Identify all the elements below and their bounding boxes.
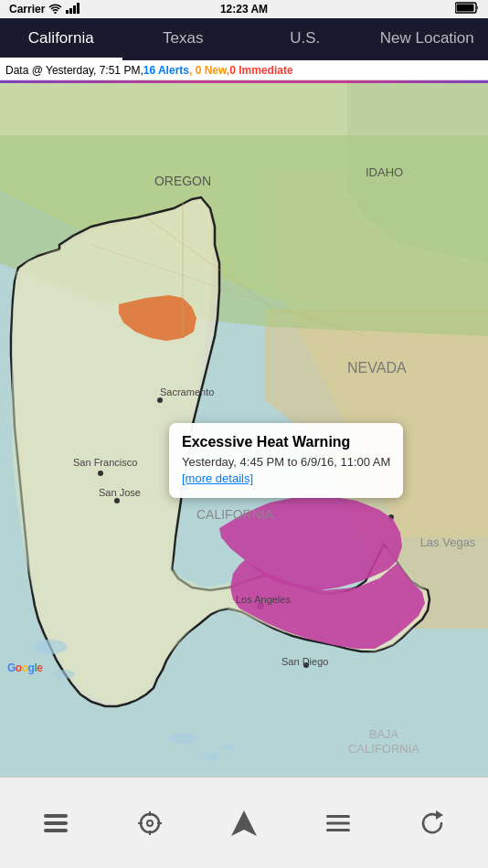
svg-rect-41 <box>0 80 488 83</box>
svg-point-17 <box>114 498 120 503</box>
refresh-button[interactable] <box>408 799 456 847</box>
alerts-count: 16 Alerts <box>143 64 189 77</box>
tooltip-more-link[interactable]: [more details] <box>182 471 390 487</box>
svg-text:CALIFORNIA: CALIFORNIA <box>196 507 274 522</box>
heat-warning-tooltip[interactable]: Excessive Heat Warning Yesterday, 4:45 P… <box>169 423 403 498</box>
tab-bar: California Texas U.S. New Location <box>0 18 488 60</box>
bottom-toolbar <box>0 777 488 868</box>
svg-text:CALIFORNIA: CALIFORNIA <box>348 742 419 756</box>
svg-rect-53 <box>326 821 350 824</box>
layers-button[interactable] <box>32 799 80 847</box>
new-count: , 0 New, <box>189 64 229 77</box>
svg-text:San Jose: San Jose <box>99 487 141 498</box>
tab-texas[interactable]: Texas <box>122 18 245 60</box>
tooltip-title: Excessive Heat Warning <box>182 434 390 450</box>
svg-text:Sacramento: Sacramento <box>160 386 214 397</box>
svg-point-38 <box>169 733 196 744</box>
svg-rect-42 <box>44 814 68 818</box>
tooltip-subtitle: Yesterday, 4:45 PM to 6/9/16, 11:00 AM <box>182 454 390 471</box>
svg-text:NEVADA: NEVADA <box>347 360 407 376</box>
svg-point-45 <box>141 814 159 832</box>
list-button[interactable] <box>314 799 362 847</box>
svg-marker-51 <box>231 810 257 836</box>
svg-point-16 <box>98 471 103 476</box>
svg-rect-44 <box>44 829 68 832</box>
svg-text:Las Vegas: Las Vegas <box>420 535 476 549</box>
status-bar: Carrier 12:23 AM <box>0 0 488 18</box>
svg-point-0 <box>55 11 57 13</box>
svg-text:IDAHO: IDAHO <box>366 165 403 179</box>
svg-rect-6 <box>457 5 474 12</box>
google-logo: Google <box>7 662 42 674</box>
carrier-label: Carrier <box>9 3 45 16</box>
svg-rect-43 <box>44 821 68 825</box>
target-button[interactable] <box>126 799 174 847</box>
svg-rect-3 <box>73 5 76 14</box>
svg-text:OREGON: OREGON <box>154 174 211 188</box>
svg-text:San Francisco: San Francisco <box>73 457 137 468</box>
svg-point-40 <box>221 744 236 751</box>
alert-prefix: Data @ Yesterday, 7:51 PM, <box>5 64 143 77</box>
tab-us[interactable]: U.S. <box>244 18 366 60</box>
location-button[interactable] <box>220 799 268 847</box>
tab-new-location[interactable]: New Location <box>366 18 489 60</box>
map-container[interactable]: OREGON IDAHO NEVADA CALIFORNIA Las Vegas… <box>0 80 488 777</box>
alert-bar: Data @ Yesterday, 7:51 PM, 16 Alerts , 0… <box>0 60 488 80</box>
svg-text:Los Angeles: Los Angeles <box>236 594 291 605</box>
svg-rect-54 <box>326 829 350 831</box>
svg-rect-52 <box>326 815 350 818</box>
battery-icon <box>455 2 479 16</box>
time-display: 12:23 AM <box>220 3 268 16</box>
svg-point-37 <box>53 670 75 679</box>
svg-point-39 <box>201 752 219 761</box>
svg-point-15 <box>157 397 163 403</box>
svg-text:BAJA: BAJA <box>369 727 399 741</box>
wifi-icon <box>48 3 62 16</box>
signal-icon <box>66 3 82 16</box>
svg-rect-2 <box>69 8 72 14</box>
svg-point-36 <box>34 640 67 654</box>
tab-california[interactable]: California <box>0 18 122 60</box>
immediate-count: 0 Immediate <box>229 64 292 77</box>
svg-point-46 <box>147 820 153 826</box>
svg-rect-4 <box>77 3 80 14</box>
svg-text:San Diego: San Diego <box>281 656 328 667</box>
svg-rect-1 <box>66 10 69 14</box>
svg-marker-55 <box>436 810 443 820</box>
